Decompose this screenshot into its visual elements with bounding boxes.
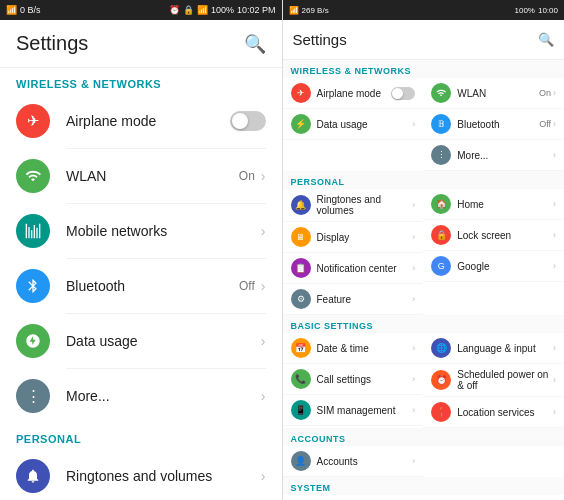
sm-sim-label: SIM management: [317, 405, 411, 416]
sm-google-icon: G: [431, 256, 451, 276]
personal-col-left: 🔔 Ringtones and volumes › 🖥 Display › 📋 …: [283, 189, 424, 315]
personal-grid: 🔔 Ringtones and volumes › 🖥 Display › 📋 …: [283, 189, 565, 315]
sm-secure-zone[interactable]: 🛡 Secure zone management ›: [283, 495, 424, 500]
ringtones-icon: [16, 459, 50, 493]
sm-display[interactable]: 🖥 Display ›: [283, 222, 424, 253]
sm-bluetooth[interactable]: 𝔹 Bluetooth Off ›: [423, 109, 564, 140]
page-title: Settings: [16, 32, 88, 55]
sm-lang-label: Language & input: [457, 343, 551, 354]
sm-accounts[interactable]: 👤 Accounts ›: [283, 446, 424, 477]
section-header-system: SYSTEM: [283, 477, 565, 495]
mobile-networks-chevron: ›: [261, 223, 266, 239]
basic-col-left: 📅 Date & time › 📞 Call settings › 📱 SIM …: [283, 333, 424, 428]
sidebar-item-ringtones[interactable]: Ringtones and volumes ›: [0, 449, 282, 500]
sidebar-item-airplane-mode[interactable]: ✈ Airplane mode: [0, 94, 282, 148]
sm-data-usage[interactable]: ⚡ Data usage ›: [283, 109, 424, 140]
sm-notification-right[interactable]: 📋 Notification center ›: [283, 253, 424, 284]
sm-more-icon: ⋮: [431, 145, 451, 165]
page-title-right: Settings: [293, 31, 347, 48]
alarm-icon: ⏰: [169, 5, 180, 15]
sm-wlan[interactable]: WLAN On ›: [423, 78, 564, 109]
sm-security[interactable]: 🔐 Security ›: [423, 495, 564, 500]
sm-google-label: Google: [457, 261, 551, 272]
network-speed-right: 269 B/s: [302, 6, 329, 15]
sm-data-chevron: ›: [412, 119, 415, 129]
search-icon[interactable]: 🔍: [244, 33, 266, 55]
bluetooth-label: Bluetooth: [66, 278, 239, 294]
sm-home-right[interactable]: 🏠 Home ›: [423, 189, 564, 220]
time-display: 10:02 PM: [237, 5, 276, 15]
wlan-chevron: ›: [261, 168, 266, 184]
sidebar-item-more[interactable]: ⋮ More... ›: [0, 369, 282, 423]
sm-language[interactable]: 🌐 Language & input ›: [423, 333, 564, 364]
system-col-left: 🛡 Secure zone management › ⚡ Power manag…: [283, 495, 424, 500]
system-col-right: 🔐 Security › 💿 Storage & USB › 🔄 Backup …: [423, 495, 564, 500]
sm-airplane-toggle[interactable]: [391, 87, 415, 100]
sm-wlan-icon: [431, 83, 451, 103]
sidebar-item-data-usage[interactable]: Data usage ›: [0, 314, 282, 368]
battery-label: 100%: [211, 5, 234, 15]
sm-feature-label: Feature: [317, 294, 411, 305]
wireless-col-right: WLAN On › 𝔹 Bluetooth Off › ⋮ More... ›: [423, 78, 564, 171]
sm-wlan-value: On: [539, 88, 551, 98]
lock-icon: 🔒: [183, 5, 194, 15]
sm-home-icon: 🏠: [431, 194, 451, 214]
wlan-label: WLAN: [66, 168, 239, 184]
sm-location[interactable]: 📍 Location services ›: [423, 397, 564, 428]
sm-call-settings[interactable]: 📞 Call settings ›: [283, 364, 424, 395]
sm-more-chevron: ›: [553, 150, 556, 160]
sm-more[interactable]: ⋮ More... ›: [423, 140, 564, 171]
sm-power-label: Scheduled power on & off: [457, 369, 551, 391]
sm-data-label: Data usage: [317, 119, 411, 130]
sm-date-icon: 📅: [291, 338, 311, 358]
sm-accounts-label: Accounts: [317, 456, 411, 467]
sm-date-label: Date & time: [317, 343, 411, 354]
basic-grid: 📅 Date & time › 📞 Call settings › 📱 SIM …: [283, 333, 565, 428]
sm-sim[interactable]: 📱 SIM management ›: [283, 395, 424, 426]
sm-more-label: More...: [457, 150, 551, 161]
section-header-personal: PERSONAL: [0, 423, 282, 449]
sm-power-icon: ⏰: [431, 370, 451, 390]
sidebar-item-mobile-networks[interactable]: Mobile networks ›: [0, 204, 282, 258]
sm-lock-screen-right[interactable]: 🔒 Lock screen ›: [423, 220, 564, 251]
sm-lock-label: Lock screen: [457, 230, 551, 241]
sm-bt-chevron: ›: [553, 119, 556, 129]
ringtones-label: Ringtones and volumes: [66, 468, 261, 484]
signal-icon: 📶: [6, 5, 17, 15]
settings-scroll-right[interactable]: WIRELESS & NETWORKS ✈ Airplane mode ⚡ Da…: [283, 60, 565, 500]
sm-bt-icon: 𝔹: [431, 114, 451, 134]
sm-airplane-icon: ✈: [291, 83, 311, 103]
airplane-mode-icon: ✈: [16, 104, 50, 138]
mobile-networks-icon: [16, 214, 50, 248]
section-header-basic: BASIC SETTINGS: [283, 315, 565, 333]
search-icon-right[interactable]: 🔍: [538, 32, 554, 47]
title-bar-left: Settings 🔍: [0, 20, 282, 68]
sm-ringtones[interactable]: 🔔 Ringtones and volumes ›: [283, 189, 424, 222]
sm-lock-icon: 🔒: [431, 225, 451, 245]
wlan-icon: [16, 159, 50, 193]
sm-bt-label: Bluetooth: [457, 119, 539, 130]
sidebar-item-bluetooth[interactable]: Bluetooth Off ›: [0, 259, 282, 313]
wlan-value: On: [239, 169, 255, 183]
sm-feature[interactable]: ⚙ Feature ›: [283, 284, 424, 315]
sidebar-item-wlan[interactable]: WLAN On ›: [0, 149, 282, 203]
sm-ringtones-icon: 🔔: [291, 195, 311, 215]
mobile-networks-label: Mobile networks: [66, 223, 261, 239]
airplane-mode-toggle[interactable]: [230, 111, 266, 131]
bluetooth-value: Off: [239, 279, 255, 293]
data-usage-label: Data usage: [66, 333, 261, 349]
settings-scroll-left[interactable]: WIRELESS & NETWORKS ✈ Airplane mode WLAN…: [0, 68, 282, 500]
sm-airplane-mode[interactable]: ✈ Airplane mode: [283, 78, 424, 109]
sm-sim-icon: 📱: [291, 400, 311, 420]
right-panel: 📶 269 B/s 100% 10:00 Settings 🔍 WIRELESS…: [282, 0, 565, 500]
sm-date-time[interactable]: 📅 Date & time ›: [283, 333, 424, 364]
sm-google[interactable]: G Google ›: [423, 251, 564, 282]
ringtones-chevron: ›: [261, 468, 266, 484]
system-grid: 🛡 Secure zone management › ⚡ Power manag…: [283, 495, 565, 500]
sm-display-icon: 🖥: [291, 227, 311, 247]
sm-scheduled-power[interactable]: ⏰ Scheduled power on & off ›: [423, 364, 564, 397]
sm-display-label: Display: [317, 232, 411, 243]
airplane-mode-label: Airplane mode: [66, 113, 230, 129]
status-bar-left: 📶 0 B/s ⏰ 🔒 📶 100% 10:02 PM: [0, 0, 282, 20]
sm-data-icon: ⚡: [291, 114, 311, 134]
